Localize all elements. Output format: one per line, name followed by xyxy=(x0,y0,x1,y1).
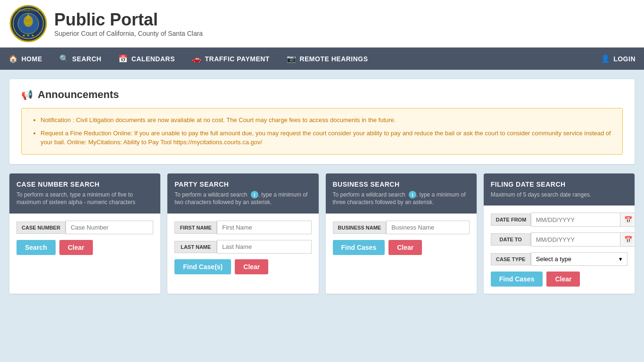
site-subtitle: Superior Court of California, County of … xyxy=(54,30,203,37)
business-search-desc: To perform a wildcard search i, type a m… xyxy=(333,191,470,207)
nav-login[interactable]: 👤 LOGIN xyxy=(592,48,644,70)
nav-home[interactable]: 🏠 HOME xyxy=(0,48,51,70)
first-name-field-row: FIRST NAME xyxy=(174,221,311,234)
main-nav: 🏠 HOME 🔍 SEARCH 📅 CALENDARS 🚗 TRAFFIC PA… xyxy=(0,48,644,70)
announcements-list: Notification : Civil Litigation document… xyxy=(31,115,613,147)
calendar-to-icon[interactable]: 📅 xyxy=(620,233,635,246)
nav-remote-label: REMOTE HEARINGS xyxy=(299,55,368,63)
first-name-input[interactable] xyxy=(217,221,311,234)
party-search-desc: To perform a wildcard search i, type a m… xyxy=(174,191,311,207)
party-search-panel: PARTY SEARCH To perform a wildcard searc… xyxy=(167,173,318,294)
case-number-search-panel: CASE NUMBER SEARCH To perform a search, … xyxy=(9,173,160,294)
case-number-search-button[interactable]: Search xyxy=(17,240,56,255)
filing-date-desc: Maximum of 5 days search date ranges. xyxy=(491,191,627,199)
nav-calendars-label: CALENDARS xyxy=(132,55,175,63)
calendar-from-icon[interactable]: 📅 xyxy=(620,213,635,226)
party-info-icon[interactable]: i xyxy=(251,191,258,198)
case-number-desc: To perform a search, type a minimum of f… xyxy=(17,191,153,207)
date-from-row: DATE FROM 📅 xyxy=(491,213,627,227)
case-number-field-row: CASE NUMBER xyxy=(17,221,153,234)
case-number-header: CASE NUMBER SEARCH To perform a search, … xyxy=(9,173,160,214)
business-search-header: BUSINESS SEARCH To perform a wildcard se… xyxy=(326,173,477,214)
case-number-buttons: Search Clear xyxy=(17,240,153,255)
case-number-label: CASE NUMBER xyxy=(17,222,66,234)
business-search-buttons: Find Cases Clear xyxy=(333,240,470,255)
case-type-value: Select a type xyxy=(536,255,571,263)
date-from-label: DATE FROM xyxy=(491,214,531,226)
nav-home-label: HOME xyxy=(22,55,42,63)
business-info-icon[interactable]: i xyxy=(409,191,416,198)
last-name-field-row: LAST NAME xyxy=(174,240,311,254)
business-name-label: BUSINESS NAME xyxy=(333,222,387,234)
business-search-body: BUSINESS NAME Find Cases Clear xyxy=(326,214,477,262)
business-search-panel: BUSINESS SEARCH To perform a wildcard se… xyxy=(326,173,477,294)
filing-date-title: FILING DATE SEARCH xyxy=(491,181,627,188)
user-icon: 👤 xyxy=(601,54,611,63)
site-title: Public Portal xyxy=(54,10,203,30)
case-type-select[interactable]: Select a type ▾ xyxy=(531,252,627,266)
date-to-row: DATE TO 📅 xyxy=(491,232,627,247)
case-type-label: CASE TYPE xyxy=(491,253,531,265)
court-logo: ★ ★ ★ SUPERIOR COURT xyxy=(9,5,47,42)
business-name-field-row: BUSINESS NAME xyxy=(333,221,470,234)
party-search-title: PARTY SEARCH xyxy=(174,181,311,188)
case-number-clear-button[interactable]: Clear xyxy=(59,240,93,255)
bullhorn-icon: 📢 xyxy=(21,89,33,100)
svg-text:SUPERIOR COURT: SUPERIOR COURT xyxy=(16,9,41,12)
case-type-row: CASE TYPE Select a type ▾ xyxy=(491,252,627,266)
filing-find-button[interactable]: Find Cases xyxy=(491,272,543,287)
main-content: 📢 Announcements Notification : Civil Lit… xyxy=(0,70,644,303)
nav-traffic-label: TRAFFIC PAYMENT xyxy=(205,55,270,63)
svg-text:★ ★ ★: ★ ★ ★ xyxy=(22,33,34,38)
announcements-title: 📢 Announcements xyxy=(21,89,623,101)
video-icon: 📷 xyxy=(287,54,297,63)
filing-clear-button[interactable]: Clear xyxy=(546,272,580,287)
calendar-icon: 📅 xyxy=(118,54,128,63)
date-from-input-wrap: 📅 xyxy=(531,213,635,227)
announcement-item-1: Notification : Civil Litigation document… xyxy=(41,115,613,125)
filing-date-search-panel: FILING DATE SEARCH Maximum of 5 days sea… xyxy=(484,173,635,294)
nav-search-label: SEARCH xyxy=(72,55,101,63)
last-name-label: LAST NAME xyxy=(174,241,217,253)
business-name-input[interactable] xyxy=(386,221,470,234)
last-name-input[interactable] xyxy=(217,240,311,254)
announcement-item-2: Request a Fine Reduction Online: If you … xyxy=(41,129,613,147)
search-panels: CASE NUMBER SEARCH To perform a search, … xyxy=(9,173,635,294)
nav-login-label: LOGIN xyxy=(613,55,636,63)
header-title-block: Public Portal Superior Court of Californ… xyxy=(54,10,203,37)
first-name-label: FIRST NAME xyxy=(174,222,217,234)
nav-remote-hearings[interactable]: 📷 REMOTE HEARINGS xyxy=(278,48,377,70)
business-search-title: BUSINESS SEARCH xyxy=(333,181,470,188)
announcements-card: 📢 Announcements Notification : Civil Lit… xyxy=(9,79,635,164)
case-number-input[interactable] xyxy=(66,221,153,234)
party-search-header: PARTY SEARCH To perform a wildcard searc… xyxy=(167,173,318,214)
filing-date-header: FILING DATE SEARCH Maximum of 5 days sea… xyxy=(484,173,635,206)
nav-traffic[interactable]: 🚗 TRAFFIC PAYMENT xyxy=(183,48,278,70)
nav-calendars[interactable]: 📅 CALENDARS xyxy=(110,48,183,70)
date-to-input[interactable] xyxy=(531,233,620,246)
announcements-box: Notification : Civil Litigation document… xyxy=(21,108,623,155)
car-icon: 🚗 xyxy=(192,54,202,63)
business-find-button[interactable]: Find Cases xyxy=(333,240,385,255)
search-icon: 🔍 xyxy=(59,54,69,63)
date-to-label: DATE TO xyxy=(491,233,531,246)
party-clear-button[interactable]: Clear xyxy=(235,259,268,274)
party-find-button[interactable]: Find Case(s) xyxy=(174,259,231,274)
date-from-input[interactable] xyxy=(531,214,620,226)
business-clear-button[interactable]: Clear xyxy=(388,240,422,255)
site-header: ★ ★ ★ SUPERIOR COURT Public Portal Super… xyxy=(0,0,644,48)
nav-search[interactable]: 🔍 SEARCH xyxy=(51,48,110,70)
home-icon: 🏠 xyxy=(8,54,18,63)
chevron-down-icon: ▾ xyxy=(619,255,622,263)
party-search-body: FIRST NAME LAST NAME Find Case(s) Clear xyxy=(167,214,318,281)
date-to-input-wrap: 📅 xyxy=(531,232,635,247)
filing-date-buttons: Find Cases Clear xyxy=(491,272,627,287)
filing-date-body: DATE FROM 📅 DATE TO 📅 CASE TYPE xyxy=(484,206,635,294)
party-search-buttons: Find Case(s) Clear xyxy=(174,259,311,274)
case-number-title: CASE NUMBER SEARCH xyxy=(17,181,153,188)
case-number-body: CASE NUMBER Search Clear xyxy=(9,214,160,262)
